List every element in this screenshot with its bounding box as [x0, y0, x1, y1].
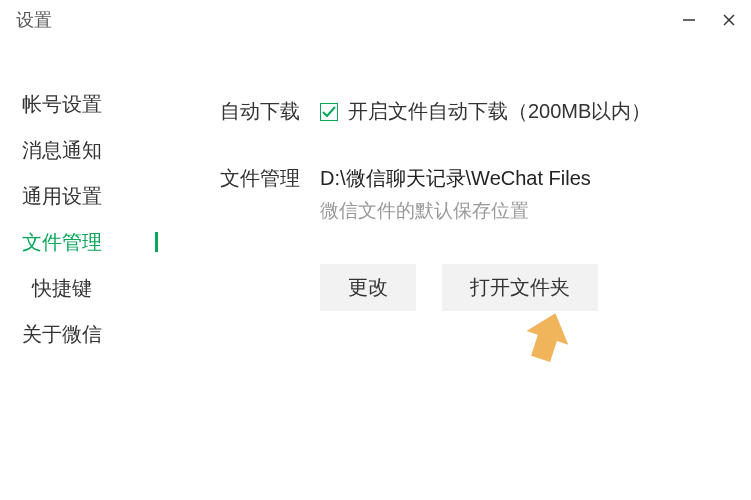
window-controls	[679, 10, 739, 30]
file-path-hint: 微信文件的默认保存位置	[320, 198, 751, 224]
minimize-icon	[682, 13, 696, 27]
auto-download-checkbox[interactable]	[320, 103, 338, 121]
sidebar-item-shortcuts[interactable]: 快捷键	[22, 274, 140, 302]
row-auto-download: 自动下载 开启文件自动下载（200MB以内）	[220, 98, 751, 125]
sidebar-item-account[interactable]: 帐号设置	[22, 90, 140, 118]
main-panel: 自动下载 开启文件自动下载（200MB以内） 文件管理 D:\微信聊天记录\We…	[140, 90, 751, 348]
file-manage-label: 文件管理	[220, 165, 320, 192]
auto-download-label: 自动下载	[220, 98, 320, 125]
button-row: 更改 打开文件夹	[320, 264, 751, 311]
close-icon	[722, 13, 736, 27]
minimize-button[interactable]	[679, 10, 699, 30]
auto-download-text: 开启文件自动下载（200MB以内）	[348, 98, 651, 125]
close-button[interactable]	[719, 10, 739, 30]
arrow-up-icon	[520, 308, 576, 364]
row-file-manage: 文件管理 D:\微信聊天记录\WeChat Files 微信文件的默认保存位置	[220, 165, 751, 224]
file-manage-body: D:\微信聊天记录\WeChat Files 微信文件的默认保存位置	[320, 165, 751, 224]
sidebar-item-files[interactable]: 文件管理	[22, 228, 140, 256]
check-icon	[322, 106, 336, 118]
sidebar-item-notifications[interactable]: 消息通知	[22, 136, 140, 164]
sidebar: 帐号设置 消息通知 通用设置 文件管理 快捷键 关于微信	[0, 90, 140, 348]
titlebar: 设置	[0, 0, 751, 40]
sidebar-item-general[interactable]: 通用设置	[22, 182, 140, 210]
open-folder-button[interactable]: 打开文件夹	[442, 264, 598, 311]
change-button[interactable]: 更改	[320, 264, 416, 311]
window-title: 设置	[16, 8, 52, 32]
sidebar-item-about[interactable]: 关于微信	[22, 320, 140, 348]
auto-download-body: 开启文件自动下载（200MB以内）	[320, 98, 751, 125]
annotation-arrow	[520, 308, 576, 368]
content: 帐号设置 消息通知 通用设置 文件管理 快捷键 关于微信 自动下载 开启文件自动…	[0, 40, 751, 348]
svg-marker-3	[520, 308, 576, 364]
file-path: D:\微信聊天记录\WeChat Files	[320, 165, 751, 192]
auto-download-checkbox-wrap[interactable]: 开启文件自动下载（200MB以内）	[320, 98, 751, 125]
